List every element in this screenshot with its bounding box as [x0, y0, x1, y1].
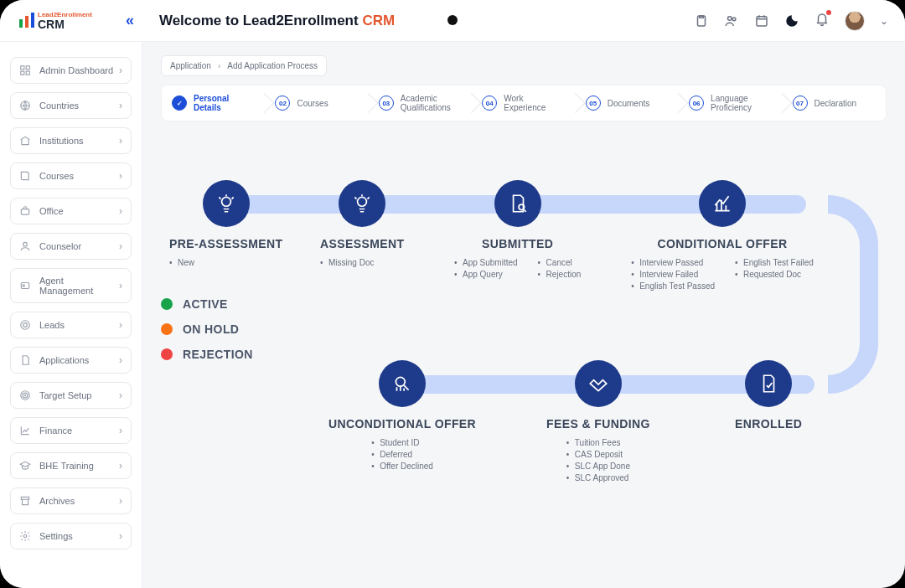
node-item: Cancel	[538, 258, 582, 267]
sidebar-item-countries[interactable]: Countries›	[10, 92, 132, 119]
document-icon	[19, 354, 31, 366]
page-title: Welcome to Lead2Enrollment CRM	[159, 13, 395, 29]
legend-dot	[161, 323, 173, 335]
breadcrumb-root[interactable]: Application	[170, 61, 211, 70]
node-item: Offer Declined	[371, 462, 433, 471]
stepper: ✓ Personal Details 02 Courses 03 Academi…	[161, 85, 887, 121]
sidebar-item-agent-management[interactable]: Agent Management›	[10, 268, 132, 303]
legend-on-hold: ON HOLD	[161, 322, 253, 336]
step-language-proficiency[interactable]: 06 Language Proficiency	[679, 85, 782, 121]
node-item: Student ID	[371, 438, 433, 447]
sidebar-item-target-setup[interactable]: Target Setup›	[10, 382, 132, 409]
theme-toggle-icon[interactable]	[784, 13, 799, 28]
step-label: Declaration	[814, 99, 857, 108]
chevron-right-icon: ›	[218, 61, 220, 70]
sidebar-item-institutions[interactable]: Institutions›	[10, 127, 132, 154]
sidebar-item-label: Courses	[39, 171, 74, 181]
dashboard-icon	[19, 64, 31, 76]
welcome-suffix: CRM	[362, 13, 395, 28]
sidebar-item-label: Target Setup	[39, 390, 91, 400]
svg-point-23	[221, 197, 230, 206]
node-item: Deferred	[371, 450, 433, 459]
node-item: Interview Passed	[631, 258, 715, 267]
step-courses[interactable]: 02 Courses	[265, 85, 368, 121]
svg-rect-10	[26, 71, 29, 75]
svg-rect-2	[31, 13, 34, 28]
sidebar-item-admin-dashboard[interactable]: Admin Dashboard›	[10, 57, 132, 84]
node-title: ASSESSMENT	[320, 237, 404, 250]
step-label: Personal Details	[194, 94, 255, 112]
calendar-icon[interactable]	[754, 13, 769, 28]
node-item: SLC App Done	[566, 462, 630, 471]
sidebar-item-applications[interactable]: Applications›	[10, 347, 132, 374]
step-number: 06	[689, 95, 704, 111]
step-number: 03	[379, 95, 394, 111]
step-label: Academic Qualifications	[401, 94, 462, 112]
node-item: Tuition Fees	[566, 438, 630, 447]
sidebar-item-label: Office	[39, 206, 64, 216]
user-menu-caret[interactable]: ⌄	[880, 15, 888, 27]
node-item: CAS Deposit	[566, 450, 630, 459]
camera-notch	[447, 15, 458, 25]
node-title: FEES & FUNDING	[546, 417, 650, 431]
svg-point-5	[732, 17, 736, 20]
sidebar-item-courses[interactable]: Courses›	[10, 162, 132, 189]
sidebar-item-label: Countries	[39, 101, 79, 111]
node-item: English Test Failed	[735, 258, 814, 267]
sidebar-item-label: Institutions	[39, 136, 84, 146]
users-icon[interactable]	[724, 13, 739, 28]
top-actions: ⌄	[694, 11, 888, 31]
sidebar-item-settings[interactable]: Settings›	[10, 523, 132, 549]
sidebar-item-label: Counselor	[39, 241, 81, 251]
sidebar-collapse-icon[interactable]: «	[126, 12, 134, 29]
legend-dot	[161, 348, 173, 360]
svg-point-15	[23, 285, 24, 286]
svg-point-26	[396, 377, 405, 386]
legend-rejection: REJECTION	[161, 348, 253, 361]
svg-rect-1	[25, 16, 28, 28]
step-academic-qualifications[interactable]: 03 Academic Qualifications	[369, 85, 472, 121]
topbar: Lead2Enrollment CRM « Welcome to Lead2En…	[0, 0, 905, 42]
node-item: App Submitted	[454, 258, 518, 267]
step-documents[interactable]: 05 Documents	[576, 85, 679, 121]
step-personal-details[interactable]: ✓ Personal Details	[162, 85, 265, 121]
node-item: App Query	[454, 270, 518, 279]
step-work-experience[interactable]: 04 Work Experience	[472, 85, 575, 121]
growth-chart-icon	[699, 180, 746, 227]
avatar[interactable]	[845, 11, 865, 31]
svg-point-24	[358, 197, 367, 206]
sidebar-item-label: Archives	[39, 496, 75, 506]
clipboard-icon[interactable]	[694, 13, 709, 28]
sidebar-item-leads[interactable]: Leads›	[10, 312, 132, 338]
step-number: 07	[793, 95, 808, 111]
sidebar-item-counselor[interactable]: Counselor›	[10, 233, 132, 260]
sidebar-item-label: Leads	[39, 320, 65, 330]
sidebar-item-archives[interactable]: Archives›	[10, 487, 132, 514]
node-pre-assessment: PRE-ASSESSMENT New	[169, 180, 283, 270]
sidebar-item-bhe-training[interactable]: BHE Training›	[10, 452, 132, 479]
lightbulb-icon	[339, 180, 385, 227]
legend-label: REJECTION	[183, 348, 253, 361]
graduation-icon	[19, 460, 31, 472]
sidebar-item-finance[interactable]: Finance›	[10, 417, 132, 444]
person-icon	[19, 240, 31, 252]
node-title: CONDITIONAL OFFER	[657, 237, 787, 250]
briefcase-icon	[19, 205, 31, 217]
content: Application › Add Application Process ✓ …	[142, 42, 905, 588]
svg-point-20	[24, 395, 25, 395]
legend-dot	[161, 298, 173, 310]
notifications-button[interactable]	[814, 12, 830, 30]
svg-rect-21	[21, 497, 28, 499]
node-item: Requested Doc	[735, 270, 814, 279]
svg-point-4	[728, 16, 732, 20]
svg-point-17	[23, 323, 28, 328]
badge-icon	[19, 280, 31, 291]
gear-icon	[19, 530, 31, 542]
sidebar-item-office[interactable]: Office›	[10, 198, 132, 224]
document-check-icon	[745, 360, 792, 407]
step-number: 04	[482, 95, 497, 111]
chart-icon	[19, 425, 31, 436]
step-declaration[interactable]: 07 Declaration	[783, 85, 886, 121]
welcome-prefix: Welcome to Lead2Enrollment	[159, 13, 362, 28]
node-item: Missing Doc	[320, 258, 374, 267]
